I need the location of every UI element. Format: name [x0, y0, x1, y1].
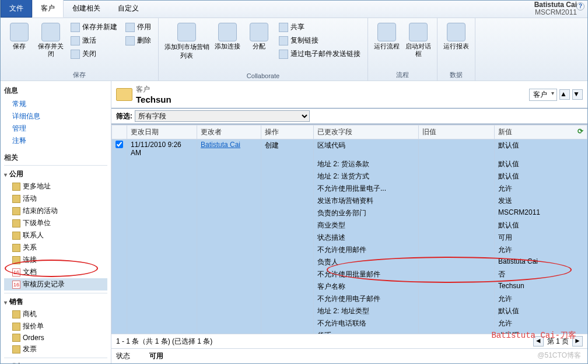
- left-nav: 信息 常规 详细信息 管理 注释 相关 公用 更多地址 活动 结束的活动 下级单…: [1, 81, 111, 363]
- view-selector[interactable]: 客户: [529, 89, 557, 101]
- save-button[interactable]: 保存: [5, 20, 33, 69]
- nav-activities[interactable]: 活动: [4, 192, 107, 205]
- nav-orders[interactable]: Orders: [4, 332, 107, 343]
- nav-opportunities[interactable]: 商机: [4, 308, 107, 320]
- nav-down-button[interactable]: ▼: [572, 89, 583, 100]
- nav-invoices[interactable]: 发票: [4, 343, 107, 355]
- nav-connections[interactable]: 连接: [4, 254, 107, 266]
- nav-subunits[interactable]: 下级单位: [4, 217, 107, 229]
- cell-by-link[interactable]: Batistuta Cai: [201, 141, 240, 149]
- col-new[interactable]: 新值⟳: [495, 125, 587, 139]
- top-tabs: 文件 客户 创建相关 自定义 Batistuta Cai MSCRM2011: [1, 1, 587, 18]
- col-old[interactable]: 旧值: [419, 125, 495, 139]
- footer-count: 1 - 1 条（共 1 条) (已选择 1 条): [116, 337, 212, 346]
- table-row[interactable]: 客户名称 Techsun: [112, 281, 587, 293]
- nav-relationships[interactable]: 关系: [4, 242, 107, 254]
- audit-badge-icon: 16: [12, 281, 20, 289]
- nav-contacts[interactable]: 联系人: [4, 229, 107, 242]
- breadcrumb: 客户: [136, 85, 172, 94]
- table-row[interactable]: 商业类型 默认值: [112, 219, 587, 232]
- table-row[interactable]: 发送市场营销资料 发送: [112, 195, 587, 207]
- assign-icon: [250, 23, 268, 41]
- start-dialog-button[interactable]: 启动对话框: [404, 20, 432, 69]
- cell-field: 货币: [314, 330, 419, 334]
- opp-icon: [12, 310, 20, 318]
- cell-new: 否: [495, 268, 587, 281]
- deactivate-button[interactable]: 停用: [123, 22, 153, 33]
- close-button[interactable]: 关闭: [68, 48, 120, 60]
- tab-customer[interactable]: 客户: [32, 0, 64, 18]
- table-row[interactable]: 不允许使用批量电子... 允许: [112, 183, 587, 195]
- nav-more-addresses[interactable]: 更多地址: [4, 180, 107, 192]
- col-date[interactable]: 更改日期: [127, 125, 197, 139]
- tab-create-related[interactable]: 创建相关: [64, 0, 109, 18]
- nav-general[interactable]: 常规: [4, 98, 107, 110]
- connection-icon: [12, 256, 20, 264]
- table-row[interactable]: 不允许使用电子邮件 允许: [112, 293, 587, 305]
- nav-quotes[interactable]: 报价单: [4, 320, 107, 332]
- workflow-icon: [377, 23, 396, 41]
- save-new-button[interactable]: 保存并新建: [68, 22, 120, 33]
- table-row[interactable]: 地址 2: 地址类型 默认值: [112, 305, 587, 317]
- cell-old: [419, 183, 495, 195]
- audit-grid[interactable]: 更改日期 更改者 操作 已更改字段 旧值 新值⟳ 11/11/2010 9:26…: [111, 124, 587, 334]
- table-row[interactable]: 11/11/2010 9:26 AM Batistuta Cai 创建 区域代码…: [112, 139, 587, 159]
- nav-audit-history[interactable]: 16审核历史记录: [4, 278, 107, 290]
- assign-button[interactable]: 分配: [245, 20, 273, 71]
- nav-service-header[interactable]: 服务: [4, 362, 107, 363]
- table-row[interactable]: 不允许使用批量邮件 否: [112, 268, 587, 281]
- nav-note[interactable]: 注释: [4, 135, 107, 147]
- table-row[interactable]: 负责的业务部门 MSCRM2011: [112, 207, 587, 219]
- refresh-icon[interactable]: ⟳: [578, 127, 583, 135]
- row-checkbox[interactable]: [116, 141, 123, 148]
- activate-icon: [71, 36, 80, 46]
- save-close-button[interactable]: 保存并关闭: [37, 20, 65, 69]
- subunit-icon: [12, 219, 20, 228]
- nav-sales-header[interactable]: 销售: [4, 297, 107, 307]
- cell-new: 允许: [495, 183, 587, 195]
- filter-select[interactable]: 所有字段: [135, 110, 310, 122]
- cell-new: Batistuta Cai: [495, 256, 587, 268]
- cell-old: [419, 293, 495, 305]
- table-row[interactable]: 负责人 Batistuta Cai: [112, 256, 587, 268]
- cell-op: 创建: [261, 139, 314, 159]
- cell-new: 默认值: [495, 158, 587, 170]
- cell-field: 客户名称: [314, 281, 419, 293]
- list-icon: [177, 23, 196, 41]
- watermark-source: @51CTO博客: [537, 351, 581, 360]
- table-row[interactable]: 不允许使用邮件 允许: [112, 244, 587, 256]
- add-marketing-list-button[interactable]: 添加到市场营销列表: [163, 20, 210, 71]
- col-by[interactable]: 更改者: [197, 125, 261, 139]
- nav-documents[interactable]: 16文档: [4, 266, 107, 278]
- address-icon: [12, 183, 20, 191]
- nav-detail[interactable]: 详细信息: [4, 110, 107, 123]
- delete-button[interactable]: 删除: [123, 35, 153, 46]
- table-row[interactable]: 地址 2: 货运条款 默认值: [112, 158, 587, 170]
- run-workflow-button[interactable]: 运行流程: [373, 20, 401, 69]
- help-icon[interactable]: ?: [576, 2, 584, 10]
- tab-file[interactable]: 文件: [1, 0, 32, 18]
- tab-customize[interactable]: 自定义: [109, 0, 148, 18]
- nav-public-header[interactable]: 公用: [4, 169, 107, 179]
- chevron-down-icon: [4, 298, 7, 306]
- activate-button[interactable]: 激活: [68, 35, 120, 46]
- cell-new: Techsun: [495, 281, 587, 293]
- nav-admin[interactable]: 管理: [4, 123, 107, 135]
- cell-old: [419, 305, 495, 317]
- copy-link-button[interactable]: 复制链接: [276, 35, 363, 46]
- contact-icon: [12, 232, 20, 240]
- cell-field: 不允许使用电子邮件: [314, 293, 419, 305]
- report-icon: [447, 23, 466, 41]
- email-link-button[interactable]: 通过电子邮件发送链接: [276, 48, 363, 60]
- run-report-button[interactable]: 运行报表: [442, 20, 470, 69]
- col-field[interactable]: 已更改字段: [314, 125, 419, 139]
- share-button[interactable]: 共享: [276, 22, 363, 33]
- table-row[interactable]: 状态描述 可用: [112, 232, 587, 244]
- cell-field: 地址 2: 地址类型: [314, 305, 419, 317]
- nav-up-button[interactable]: ▲: [559, 89, 570, 100]
- col-op[interactable]: 操作: [261, 125, 314, 139]
- add-connection-button[interactable]: 添加连接: [214, 20, 242, 71]
- nav-closed-activities[interactable]: 结束的活动: [4, 205, 107, 217]
- table-row[interactable]: 地址 2: 送货方式 默认值: [112, 170, 587, 183]
- table-row[interactable]: 不允许电话联络 允许: [112, 317, 587, 330]
